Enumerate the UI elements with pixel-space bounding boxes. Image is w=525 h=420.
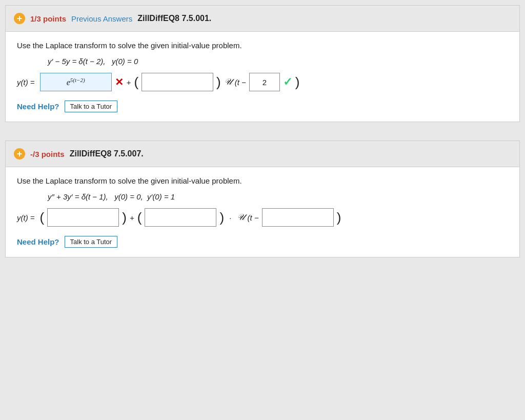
points-label-1: 1/3 points: [30, 14, 66, 23]
left-paren-2b: (: [137, 211, 142, 224]
cross-icon-1[interactable]: ✕: [115, 76, 124, 88]
problem-1-header: + 1/3 points Previous Answers ZillDiffEQ…: [6, 6, 519, 32]
answer-input-1c[interactable]: 2: [249, 73, 280, 91]
need-help-row-2: Need Help? Talk to a Tutor: [17, 236, 508, 248]
answer-input-1a[interactable]: e5(t−2): [40, 73, 112, 91]
points-label-2: -/3 points: [30, 150, 65, 158]
problem-id-2: ZillDiffEQ8 7.5.007.: [70, 149, 144, 158]
tutor-button-1[interactable]: Talk to a Tutor: [65, 101, 118, 112]
plus-text-2: +: [130, 213, 134, 222]
answer-input-2c[interactable]: [262, 208, 334, 227]
problem-2-answer-row: y(t) = ( ) + ( ) · 𝒰 (t −: [17, 208, 508, 227]
answer-input-2b[interactable]: [145, 208, 216, 227]
expand-icon-2[interactable]: +: [14, 148, 25, 159]
right-paren-2a: ): [122, 211, 127, 224]
problem-2-equation: y″ + 3y′ = δ(t − 1), y(0) = 0, y′(0) = 1: [48, 192, 508, 201]
u-symbol-1: 𝒰: [224, 77, 232, 87]
answer-label-2: y(t) =: [17, 213, 35, 222]
problem-1-description: Use the Laplace transform to solve the g…: [17, 41, 508, 50]
answer-input-1b[interactable]: [142, 73, 213, 91]
problem-2-block: + -/3 points ZillDiffEQ8 7.5.007. Use th…: [5, 141, 520, 257]
problem-2-header: + -/3 points ZillDiffEQ8 7.5.007.: [6, 141, 519, 167]
tutor-button-2[interactable]: Talk to a Tutor: [65, 236, 118, 248]
problem-2-content: Use the Laplace transform to solve the g…: [6, 167, 519, 257]
plus-text-1: +: [127, 78, 131, 87]
right-paren-2b: ): [219, 211, 224, 224]
check-icon-1[interactable]: ✓: [283, 75, 292, 89]
expand-icon[interactable]: +: [14, 13, 25, 24]
need-help-label-1: Need Help?: [17, 102, 59, 111]
problem-2-description: Use the Laplace transform to solve the g…: [17, 176, 508, 185]
prev-answers-link-1[interactable]: Previous Answers: [71, 14, 132, 23]
need-help-label-2: Need Help?: [17, 237, 59, 246]
right-paren-1: ): [216, 75, 221, 89]
problem-id-1: ZillDiffEQ8 7.5.001.: [137, 14, 211, 23]
u-symbol-2: 𝒰: [237, 212, 245, 223]
t-minus-text-2: (t −: [248, 213, 259, 222]
t-minus-text-1: (t −: [235, 78, 246, 87]
answer-input-2a[interactable]: [47, 208, 119, 227]
right-paren-2: ): [295, 75, 300, 89]
problem-1-block: + 1/3 points Previous Answers ZillDiffEQ…: [5, 5, 520, 122]
problem-1-answer-row: y(t) = e5(t−2) ✕ + ( ) 𝒰 (t: [17, 73, 508, 91]
answer-label-1: y(t) =: [17, 78, 35, 87]
dot-text-2: ·: [227, 213, 234, 222]
need-help-row-1: Need Help? Talk to a Tutor: [17, 101, 508, 112]
right-paren-2c: ): [337, 211, 341, 224]
left-paren-1: (: [134, 75, 138, 89]
problem-1-equation: y′ − 5y = δ(t − 2), y(0) = 0: [48, 57, 508, 66]
problem-1-content: Use the Laplace transform to solve the g…: [6, 32, 519, 122]
left-paren-2a: (: [40, 211, 45, 224]
